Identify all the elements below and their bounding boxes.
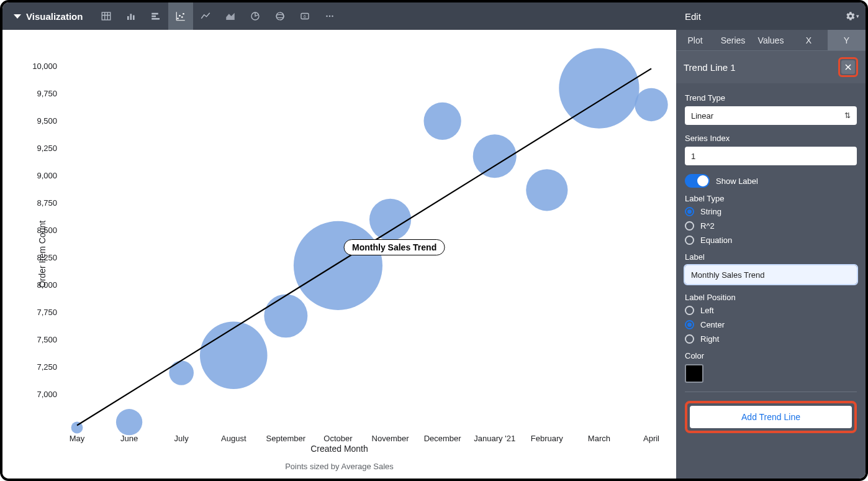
gear-icon[interactable]: ▾: [846, 9, 859, 23]
label-position-option-left[interactable]: Left: [685, 306, 857, 315]
bubble-size-note: Points sized by Average Sales: [2, 462, 676, 471]
series-index-label: Series Index: [685, 134, 857, 143]
label-type-option-string[interactable]: String: [685, 207, 857, 216]
scatter-chart-icon[interactable]: [168, 2, 193, 30]
show-label-toggle[interactable]: [685, 174, 710, 188]
label-position-option-center[interactable]: Center: [685, 320, 857, 329]
caret-down-icon: [14, 14, 21, 19]
svg-point-60: [635, 88, 667, 121]
more-icon[interactable]: [317, 2, 342, 30]
svg-rect-5: [130, 14, 132, 20]
single-value-icon[interactable]: 6: [292, 2, 317, 30]
svg-text:August: August: [221, 434, 246, 443]
svg-point-52: [200, 321, 268, 389]
svg-text:9,250: 9,250: [37, 144, 57, 153]
label-type-option-label: R^2: [700, 221, 715, 231]
label-type-option-equation[interactable]: Equation: [685, 236, 857, 245]
svg-rect-6: [133, 16, 135, 21]
svg-text:September: September: [266, 434, 306, 443]
svg-text:6: 6: [304, 14, 307, 19]
add-trend-line-button[interactable]: Add Trend Line: [690, 406, 852, 428]
radio-icon: [685, 334, 694, 344]
svg-rect-9: [152, 18, 160, 20]
viz-toolbar: Visualization 6: [2, 2, 676, 30]
svg-rect-4: [127, 16, 129, 20]
table-icon[interactable]: [94, 2, 119, 30]
svg-point-21: [327, 16, 328, 17]
svg-point-13: [183, 13, 185, 15]
tab-x[interactable]: X: [790, 30, 828, 50]
viz-title-toggle[interactable]: Visualization: [2, 11, 89, 22]
svg-text:9,500: 9,500: [37, 116, 57, 126]
svg-text:9,000: 9,000: [37, 171, 57, 180]
bar-chart-icon[interactable]: [143, 2, 168, 30]
close-highlight: [838, 57, 858, 77]
trend-type-label: Trend Type: [685, 93, 857, 103]
label-position-label: Label Position: [685, 293, 857, 302]
svg-point-23: [332, 16, 334, 17]
svg-point-55: [369, 199, 411, 240]
svg-text:March: March: [588, 434, 610, 443]
svg-rect-0: [102, 12, 111, 20]
svg-point-18: [276, 14, 284, 17]
tab-y[interactable]: Y: [828, 30, 866, 50]
edit-panel-title: Edit: [685, 11, 701, 22]
svg-text:February: February: [531, 434, 564, 443]
column-chart-icon[interactable]: [119, 2, 143, 30]
label-field-label: Label: [685, 252, 857, 262]
svg-rect-8: [152, 16, 156, 17]
edit-panel: Edit ▾ PlotSeriesValuesXY Trend Line 1 T…: [676, 2, 866, 479]
svg-text:April: April: [643, 434, 659, 443]
label-position-option-right[interactable]: Right: [685, 334, 857, 344]
radio-icon: [685, 306, 694, 315]
label-type-option-label: String: [700, 207, 721, 216]
tab-plot[interactable]: Plot: [676, 30, 714, 50]
label-position-option-label: Right: [700, 334, 719, 344]
svg-point-54: [294, 221, 382, 310]
radio-icon: [685, 320, 694, 329]
map-chart-icon[interactable]: [268, 2, 292, 30]
svg-point-59: [559, 48, 639, 128]
svg-text:9,750: 9,750: [37, 89, 57, 98]
trend-line-label: Monthly Sales Trend: [344, 239, 445, 255]
trend-type-select[interactable]: [685, 106, 857, 125]
svg-point-51: [169, 360, 194, 385]
pie-chart-icon[interactable]: [243, 2, 268, 30]
label-type-option-label: Equation: [700, 236, 732, 245]
y-axis-label: Order Item Count: [37, 221, 47, 288]
svg-point-53: [264, 294, 307, 337]
svg-text:10,000: 10,000: [32, 62, 57, 71]
svg-text:July: July: [174, 434, 189, 443]
svg-point-12: [181, 16, 183, 18]
svg-text:7,000: 7,000: [37, 390, 57, 399]
svg-text:7,750: 7,750: [37, 308, 57, 317]
tab-series[interactable]: Series: [714, 30, 752, 50]
svg-text:December: December: [424, 434, 462, 443]
area-chart-icon[interactable]: [218, 2, 243, 30]
tab-values[interactable]: Values: [752, 30, 790, 50]
viz-title: Visualization: [26, 11, 83, 22]
radio-icon: [685, 236, 694, 245]
svg-text:8,750: 8,750: [37, 198, 57, 208]
line-chart-icon[interactable]: [193, 2, 218, 30]
x-axis-label: Created Month: [2, 444, 676, 454]
svg-rect-7: [152, 13, 159, 15]
radio-icon: [685, 221, 694, 231]
label-input[interactable]: [685, 265, 857, 284]
label-type-option-r-2[interactable]: R^2: [685, 221, 857, 231]
svg-point-10: [178, 17, 179, 19]
svg-point-56: [423, 103, 461, 140]
label-position-option-label: Center: [700, 320, 725, 329]
color-swatch[interactable]: [685, 364, 703, 383]
svg-point-58: [526, 169, 567, 211]
svg-text:January '21: January '21: [474, 434, 515, 443]
svg-point-11: [179, 15, 181, 17]
label-position-option-label: Left: [700, 306, 714, 315]
close-icon[interactable]: [841, 60, 855, 74]
series-index-input[interactable]: [685, 147, 857, 165]
svg-text:7,500: 7,500: [37, 335, 57, 344]
chart-area: 7,0007,2507,5007,7508,0008,2508,5008,750…: [2, 30, 676, 479]
svg-text:October: October: [323, 434, 353, 443]
trend-line-section-title: Trend Line 1: [684, 62, 736, 73]
svg-text:7,250: 7,250: [37, 362, 57, 372]
